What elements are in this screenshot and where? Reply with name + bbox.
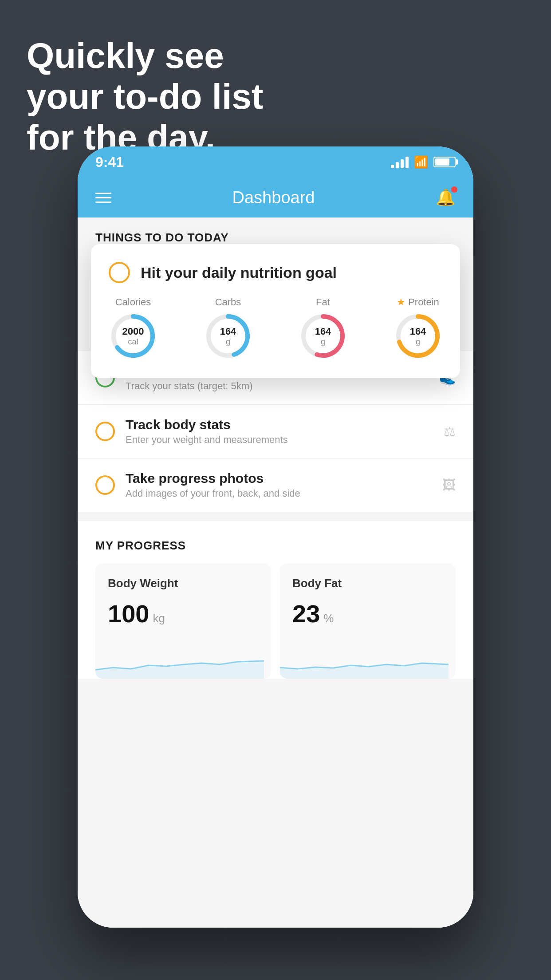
status-icons: 📶 (391, 155, 456, 169)
header-title: Dashboard (232, 188, 315, 207)
body-weight-unit: kg (153, 612, 165, 625)
progress-title: MY PROGRESS (95, 539, 456, 553)
body-weight-chart (95, 648, 264, 679)
notification-dot (451, 186, 457, 193)
nutrition-card[interactable]: Hit your daily nutrition goal Calories 2… (91, 244, 460, 378)
nutrition-carbs: Carbs 164 g (204, 296, 252, 360)
body-stats-checkbox[interactable] (95, 422, 115, 441)
todo-item-body-stats[interactable]: Track body stats Enter your weight and m… (78, 405, 473, 458)
body-stats-icon: ⚖ (444, 424, 456, 439)
battery-icon (433, 157, 456, 167)
body-weight-label: Body Weight (108, 577, 259, 590)
body-weight-value: 100 (108, 599, 149, 628)
page-headline: Quickly see your to-do list for the day. (27, 36, 263, 158)
nutrition-checkbox[interactable] (109, 262, 130, 283)
nutrition-grid: Calories 2000 cal Carbs (109, 296, 442, 360)
wifi-icon: 📶 (414, 155, 428, 169)
nutrition-calories: Calories 2000 cal (109, 296, 157, 360)
nutrition-fat: Fat 164 g (299, 296, 347, 360)
photos-title: Take progress photos (126, 471, 432, 486)
todo-item-photos[interactable]: Take progress photos Add images of your … (78, 458, 473, 512)
body-fat-chart (280, 648, 449, 679)
body-stats-title: Track body stats (126, 417, 433, 432)
calories-donut: 2000 cal (109, 312, 157, 360)
photos-subtitle: Add images of your front, back, and side (126, 488, 432, 499)
photos-icon: 🖼 (442, 478, 456, 493)
status-time: 9:41 (95, 154, 124, 170)
notification-bell-icon[interactable]: 🔔 (436, 188, 456, 207)
app-header: Dashboard 🔔 (78, 178, 473, 217)
running-subtitle: Track your stats (target: 5km) (126, 380, 429, 392)
protein-donut: 164 g (394, 312, 442, 360)
progress-section: MY PROGRESS Body Weight 100 kg Body Fat (78, 521, 473, 679)
body-fat-card[interactable]: Body Fat 23 % (280, 563, 456, 679)
signal-icon (391, 156, 409, 168)
body-weight-card[interactable]: Body Weight 100 kg (95, 563, 271, 679)
things-title: THINGS TO DO TODAY (95, 231, 229, 244)
phone-mockup: 9:41 📶 Dashboard 🔔 THINGS TO (78, 146, 473, 928)
body-fat-unit: % (323, 612, 334, 625)
carbs-donut: 164 g (204, 312, 252, 360)
photos-checkbox[interactable] (95, 475, 115, 495)
progress-cards: Body Weight 100 kg Body Fat 23 % (95, 563, 456, 679)
body-fat-label: Body Fat (292, 577, 443, 590)
nutrition-protein: ★ Protein 164 g (394, 296, 442, 360)
body-stats-subtitle: Enter your weight and measurements (126, 434, 433, 446)
content-area: THINGS TO DO TODAY Hit your daily nutrit… (78, 217, 473, 928)
fat-donut: 164 g (299, 312, 347, 360)
menu-icon[interactable] (95, 193, 111, 203)
body-fat-value: 23 (292, 599, 320, 628)
nutrition-card-title: Hit your daily nutrition goal (141, 264, 337, 281)
protein-star-icon: ★ (397, 296, 405, 308)
status-bar: 9:41 📶 (78, 146, 473, 178)
